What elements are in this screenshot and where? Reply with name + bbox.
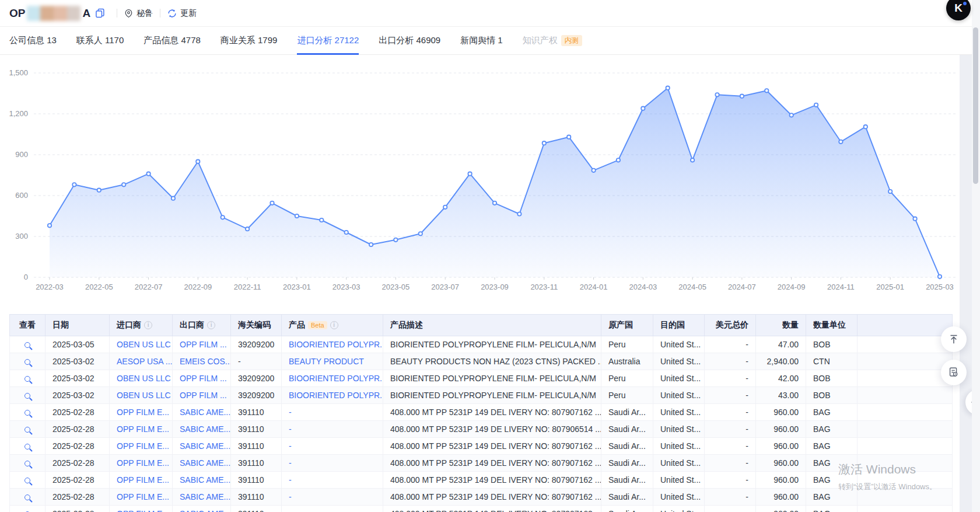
product-link[interactable]: -	[289, 509, 292, 512]
import-trend-chart[interactable]: 03006009001,2001,5002022-032022-052022-0…	[0, 55, 960, 295]
product-link[interactable]: -	[289, 492, 292, 501]
view-detail-magnifier-icon[interactable]	[24, 342, 30, 348]
chart-data-point[interactable]	[48, 224, 51, 227]
chart-data-point[interactable]	[270, 201, 274, 205]
location-button[interactable]: 秘鲁	[124, 8, 153, 19]
exporter-link[interactable]: SABIC AME...	[180, 475, 230, 485]
view-detail-magnifier-icon[interactable]	[24, 359, 30, 365]
chart-data-point[interactable]	[419, 232, 422, 235]
chart-data-point[interactable]	[740, 95, 744, 98]
exporter-link[interactable]: EMEIS COS...	[180, 357, 231, 366]
chart-data-point[interactable]	[320, 218, 323, 222]
view-detail-magnifier-icon[interactable]	[24, 494, 30, 500]
chart-data-point[interactable]	[913, 217, 916, 221]
exporter-link[interactable]: SABIC AME...	[180, 458, 230, 468]
chart-data-point[interactable]	[517, 212, 521, 215]
importer-link[interactable]: OPP FILM E...	[117, 441, 169, 451]
tab-3[interactable]: 产品信息 4778	[144, 27, 201, 54]
chart-data-point[interactable]	[72, 183, 76, 186]
importer-link[interactable]: OBEN US LLC	[117, 340, 171, 349]
product-link[interactable]: BIOORIENTED POLYPR...	[289, 374, 383, 383]
product-link[interactable]: -	[289, 441, 292, 451]
chart-data-point[interactable]	[765, 89, 768, 92]
view-detail-magnifier-icon[interactable]	[24, 410, 30, 416]
view-detail-magnifier-icon[interactable]	[24, 393, 30, 399]
exporter-link[interactable]: SABIC AME...	[180, 424, 230, 434]
chart-data-point[interactable]	[122, 183, 125, 186]
scrollbar-thumb[interactable]	[973, 27, 978, 184]
product-link[interactable]: BEAUTY PRODUCT	[289, 357, 364, 366]
tab-6[interactable]: 出口分析 46909	[379, 27, 440, 54]
chart-data-point[interactable]	[97, 189, 101, 192]
importer-link[interactable]: OBEN US LLC	[117, 391, 171, 400]
importer-link[interactable]: OPP FILM E...	[117, 492, 169, 501]
view-detail-magnifier-icon[interactable]	[24, 376, 30, 382]
chart-data-point[interactable]	[443, 206, 447, 209]
copy-icon[interactable]	[95, 8, 105, 18]
product-link[interactable]: -	[289, 424, 292, 434]
exporter-link[interactable]: SABIC AME...	[180, 509, 230, 512]
chart-data-point[interactable]	[938, 275, 942, 278]
tab-5[interactable]: 进口分析 27122	[297, 27, 359, 54]
chart-data-point[interactable]	[196, 160, 200, 163]
chart-data-point[interactable]	[468, 172, 471, 176]
importer-link[interactable]: AESOP USA ...	[117, 357, 172, 366]
view-detail-magnifier-icon[interactable]	[24, 427, 30, 433]
chart-data-point[interactable]	[246, 227, 249, 231]
chart-data-point[interactable]	[641, 107, 645, 110]
product-link[interactable]: -	[289, 407, 292, 417]
back-to-top-button[interactable]	[941, 326, 967, 352]
exporter-link[interactable]: SABIC AME...	[180, 492, 230, 501]
tab-4[interactable]: 商业关系 1799	[220, 27, 278, 54]
chart-data-point[interactable]	[715, 93, 719, 96]
tab-7[interactable]: 新闻舆情 1	[460, 27, 503, 54]
exporter-link[interactable]: SABIC AME...	[180, 407, 230, 417]
importer-link[interactable]: OBEN US LLC	[117, 374, 171, 383]
chart-data-point[interactable]	[369, 243, 373, 246]
chart-data-point[interactable]	[295, 214, 299, 218]
chart-data-point[interactable]	[864, 125, 867, 128]
chart-data-point[interactable]	[839, 140, 842, 144]
product-link[interactable]: BIOORIENTED POLYPR...	[289, 340, 383, 349]
chart-data-point[interactable]	[592, 169, 595, 172]
chart-data-point[interactable]	[666, 86, 670, 90]
chart-data-point[interactable]	[345, 231, 348, 234]
product-link[interactable]: BIOORIENTED POLYPR...	[289, 391, 383, 400]
view-detail-magnifier-icon[interactable]	[24, 478, 30, 483]
cell-exporter: SABIC AME...	[173, 489, 231, 506]
chart-data-point[interactable]	[567, 135, 570, 139]
importer-link[interactable]: OPP FILM E...	[117, 458, 169, 468]
chart-data-point[interactable]	[394, 238, 397, 242]
product-link[interactable]: -	[289, 458, 292, 468]
importer-link[interactable]: OPP FILM E...	[117, 424, 169, 434]
chart-data-point[interactable]	[172, 197, 175, 200]
exporter-link[interactable]: OPP FILM ...	[180, 391, 227, 400]
tab-1[interactable]: 公司信息 13	[9, 27, 57, 54]
page-scrollbar[interactable]	[972, 0, 980, 512]
chart-data-point[interactable]	[814, 103, 818, 107]
chart-data-point[interactable]	[146, 172, 150, 176]
info-icon[interactable]: i	[207, 321, 215, 329]
exporter-link[interactable]: SABIC AME...	[180, 441, 230, 451]
chart-data-point[interactable]	[617, 158, 620, 162]
info-icon[interactable]: i	[144, 321, 152, 329]
chart-data-point[interactable]	[493, 201, 496, 205]
exporter-link[interactable]: OPP FILM ...	[180, 374, 227, 383]
view-detail-magnifier-icon[interactable]	[24, 461, 30, 466]
chart-data-point[interactable]	[888, 190, 892, 193]
chart-data-point[interactable]	[542, 141, 546, 145]
importer-link[interactable]: OPP FILM E...	[117, 407, 169, 417]
view-detail-magnifier-icon[interactable]	[24, 444, 30, 450]
refresh-button[interactable]: 更新	[167, 8, 197, 19]
chart-data-point[interactable]	[790, 113, 793, 117]
info-icon[interactable]: i	[330, 321, 338, 329]
chart-data-point[interactable]	[691, 158, 694, 162]
importer-link[interactable]: OPP FILM E...	[117, 475, 169, 485]
importer-link[interactable]: OPP FILM E...	[117, 509, 169, 512]
exporter-link[interactable]: OPP FILM ...	[180, 340, 227, 349]
report-button[interactable]	[941, 360, 967, 385]
tab-8[interactable]: 知识产权内测	[523, 27, 582, 54]
chart-data-point[interactable]	[221, 215, 225, 219]
product-link[interactable]: -	[289, 475, 292, 485]
tab-2[interactable]: 联系人 1170	[76, 27, 124, 54]
